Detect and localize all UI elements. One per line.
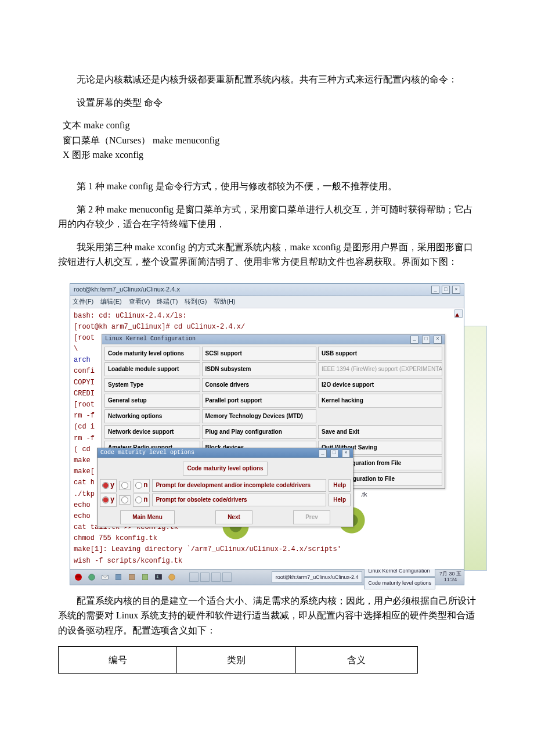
taskbar-item-code-maturity[interactable]: Code maturity level options [364, 577, 435, 589]
paragraph-3: 第 1 种 make config 是命令行方式，使用与修改都较为不便，一般不推… [58, 179, 476, 194]
menu-view[interactable]: 查看(V) [129, 297, 150, 307]
sub-header-button[interactable]: Code maturity level options [183, 462, 267, 476]
main-menu-button[interactable]: Main Menu [120, 510, 175, 524]
taskbar-time: 11:24 [439, 577, 461, 583]
table-row: 编号 类别 含义 [59, 646, 418, 674]
cfg-save-exit[interactable]: Save and Exit [318, 425, 442, 439]
app-icon[interactable] [166, 571, 178, 583]
radio-y-icon[interactable] [102, 496, 109, 503]
svg-point-2 [89, 574, 95, 581]
terminal-window: root@kh:/arm7_uClinux/uClinux-2.4.x _ □ … [70, 283, 464, 585]
config-meaning-table: 编号 类别 含义 [58, 646, 418, 674]
radio-blank-icon[interactable] [121, 496, 128, 503]
cfg-ieee1394[interactable]: IEEE 1394 (FireWire) support (EXPERIMENT… [318, 362, 442, 376]
maximize-button[interactable]: □ [422, 336, 430, 344]
terminal-icon[interactable]: $_ [153, 571, 164, 583]
terminal-menubar: 文件(F) 编辑(E) 查看(V) 终端(T) 转到(G) 帮助(H) [70, 296, 464, 308]
workspace-1-icon[interactable] [189, 573, 199, 582]
workspace-4-icon[interactable] [222, 573, 232, 582]
close-button[interactable]: × [434, 336, 442, 344]
sub-window-titlebar: Code maturity level options _ □ × [98, 448, 353, 458]
terminal-body[interactable]: ▲ bash: cd: uClinux-2.4.x/ls: [root@kh a… [70, 308, 464, 569]
term-line: [root@kh arm7_uClinux]# cd uClinux-2.4.x… [74, 322, 460, 333]
maximize-button[interactable]: □ [442, 286, 450, 294]
kernel-config-titlebar: Linux Kernel Configuration _ □ × [102, 334, 445, 344]
term-line: make[1]: Leaving directory `/arm7_uClinu… [74, 544, 460, 555]
terminal-title: root@kh:/arm7_uClinux/uClinux-2.4.x [74, 285, 180, 295]
menu-edit[interactable]: 编辑(E) [100, 297, 122, 307]
cfg-scsi-support[interactable]: SCSI support [202, 347, 316, 361]
scrollbar-up-icon[interactable]: ▲ [454, 309, 463, 318]
radio-y-label: y [110, 480, 114, 491]
cfg-network-device[interactable]: Network device support [104, 425, 200, 439]
kernel-config-title: Linux Kernel Configuration [105, 334, 196, 344]
paragraph-1: 无论是内核裁减还是内核升级都要重新配置系统内核。共有三种方式来运行配置内核的命令… [58, 72, 476, 87]
taskbar-item-terminal[interactable]: root@kh:/arm7_uClinux/uClinux-2.4 [272, 571, 363, 583]
paragraph-4: 第 2 种 make menuconfig 是窗口菜单方式，采用窗口菜单进行人机… [58, 202, 476, 232]
svg-rect-6 [142, 574, 147, 579]
next-button[interactable]: Next [215, 510, 252, 524]
cfg-code-maturity[interactable]: Code maturity level options [104, 347, 200, 361]
svg-rect-4 [116, 574, 121, 579]
globe-icon[interactable] [86, 571, 98, 583]
help-button[interactable]: Help [329, 479, 351, 492]
cfg-parallel-port[interactable]: Parallel port support [202, 394, 316, 408]
option-row-2: y n Prompt for obsolete code/drivers Hel… [100, 494, 351, 507]
minimize-button[interactable]: _ [431, 286, 439, 294]
radio-n-icon[interactable] [135, 496, 142, 503]
maximize-button[interactable]: □ [330, 449, 338, 458]
radio-blank-icon[interactable] [121, 482, 128, 489]
svg-point-1 [75, 575, 81, 578]
help-button[interactable]: Help [329, 494, 351, 506]
term-line: wish -f scripts/kconfig.tk [74, 556, 460, 567]
terminal-titlebar: root@kh:/arm7_uClinux/uClinux-2.4.x _ □ … [70, 284, 464, 296]
paragraph-5: 我采用第三种 make xconfig 的方式来配置系统内核，make xcon… [58, 240, 476, 269]
cfg-general-setup[interactable]: General setup [104, 394, 200, 408]
cfg-kernel-hacking[interactable]: Kernel hacking [318, 394, 442, 408]
minimize-button[interactable]: _ [410, 336, 418, 344]
cmd-line-1: 文本 make config [58, 118, 476, 133]
radio-n-icon[interactable] [135, 482, 142, 489]
app-icon[interactable] [139, 571, 151, 583]
redhat-menu-icon[interactable] [73, 571, 84, 583]
radio-n-label: n [143, 480, 147, 491]
workspace-2-icon[interactable] [200, 573, 210, 582]
svg-rect-5 [129, 574, 134, 579]
option-label-1: Prompt for development and/or incomplete… [152, 479, 326, 492]
workspace-3-icon[interactable] [211, 573, 221, 582]
svg-text:$_: $_ [157, 575, 161, 578]
option-row-1: y n Prompt for development and/or incomp… [100, 479, 351, 492]
close-button[interactable]: × [342, 449, 350, 458]
cfg-isdn[interactable]: ISDN subsystem [202, 362, 316, 376]
app-icon[interactable] [126, 571, 138, 583]
radio-y-icon[interactable] [102, 482, 109, 489]
sub-window-title: Code maturity level options [100, 448, 194, 458]
menu-file[interactable]: 文件(F) [73, 297, 93, 307]
menu-terminal[interactable]: 终端(T) [157, 297, 178, 307]
close-button[interactable]: × [452, 286, 460, 294]
cfg-i2o[interactable]: I2O device support [318, 378, 442, 392]
th-meaning: 含义 [295, 646, 417, 674]
cmd-line-3: X 图形 make xconfig [58, 147, 476, 163]
cfg-networking-options[interactable]: Networking options [104, 409, 200, 423]
cfg-console-drivers[interactable]: Console drivers [202, 378, 316, 392]
kernel-config-screenshot: root@kh:/arm7_uClinux/uClinux-2.4.x _ □ … [70, 283, 464, 585]
text-fragment-tk: .tk [360, 489, 367, 500]
term-line: chmod 755 kconfig.tk [74, 533, 460, 544]
paragraph-6: 配置系统内核的目的是建立一个适合大小、满足需求的系统内核；因此，用户必须根据自己… [58, 593, 476, 638]
prev-button[interactable]: Prev [293, 510, 330, 524]
cmd-line-2: 窗口菜单（NCurses） make menuconfig [58, 133, 476, 148]
app-icon[interactable] [113, 571, 124, 583]
cfg-system-type[interactable]: System Type [104, 378, 200, 392]
minimize-button[interactable]: _ [319, 449, 327, 458]
cfg-loadable-module[interactable]: Loadable module support [104, 362, 200, 376]
menu-go[interactable]: 转到(G) [185, 297, 207, 307]
cfg-usb-support[interactable]: USB support [318, 347, 442, 361]
cmd-heading: 设置屏幕的类型 命令 [58, 95, 476, 110]
cfg-pnp[interactable]: Plug and Play configuration [202, 425, 316, 439]
cfg-mtd[interactable]: Memory Technology Devices (MTD) [202, 409, 316, 423]
mail-icon[interactable] [99, 571, 111, 583]
taskbar: $_ root@kh:/arm7_uClinux/uClinux-2.4 Lin… [70, 569, 464, 585]
term-line: bash: cd: uClinux-2.4.x/ls: [74, 311, 460, 322]
menu-help[interactable]: 帮助(H) [214, 297, 235, 307]
